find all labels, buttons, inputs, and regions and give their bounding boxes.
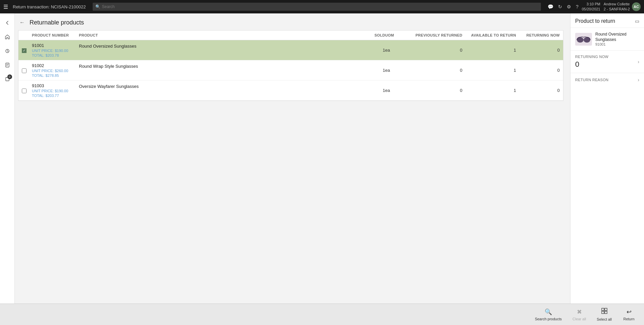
select-all-icon [601,308,608,316]
row3-product-number-cell: 91003 UNIT PRICE: $190.00 TOTAL: $203.77 [32,83,79,98]
refresh-icon[interactable]: ↻ [558,4,562,9]
product-info-right: Round Oversized Sunglasses 91001 [595,32,639,46]
sidebar-notes-icon[interactable] [1,59,13,71]
svg-point-8 [578,38,583,42]
bottom-bar: 🔍 Search products ✖ Clear all Select all… [0,304,644,325]
product-thumbnail [575,33,592,46]
topbar-time: 3:10 PM 05/20/2021 [582,2,600,12]
row1-uom: ea [385,48,409,53]
back-button[interactable]: ← [18,18,26,27]
row1-checkbox[interactable]: ✓ [22,48,32,53]
sidebar-home-icon[interactable] [1,31,13,43]
th-checkbox [22,33,32,37]
svg-rect-1 [6,63,9,67]
search-products-button[interactable]: 🔍 Search products [530,306,567,324]
clear-all-icon: ✖ [577,308,582,316]
return-label: Return [623,317,634,321]
svg-rect-12 [602,311,604,314]
return-reason-chevron-icon: › [638,77,639,83]
svg-rect-13 [605,311,607,314]
table-header: Product Number Product Sold UOM Previous… [18,31,563,40]
th-sold: Sold [365,33,385,37]
row2-checkbox[interactable] [22,68,32,73]
chat-icon[interactable]: 💬 [548,4,553,9]
topbar-title: Return transaction: NCISAN-2100022 [13,4,86,9]
row3-uom: ea [385,88,409,93]
row2-uom: ea [385,68,409,73]
row3-checkbox[interactable] [22,88,32,93]
search-products-icon: 🔍 [545,308,552,316]
settings-icon[interactable]: ⚙ [567,4,571,9]
row3-unit-price: UNIT PRICE: $190.00 [32,89,79,93]
row1-returning-now: 0 [516,48,560,53]
table-row[interactable]: 91002 UNIT PRICE: $260.00 TOTAL: $278.85… [18,60,563,80]
clear-all-label: Clear all [572,317,586,321]
topbar-search-input[interactable] [93,3,541,11]
row1-product-number-cell: 91001 UNIT PRICE: $190.00 TOTAL: $203.78 [32,43,79,57]
product-preview: Round Oversized Sunglasses 91001 [570,28,644,51]
topbar-icons: 💬 ↻ ⚙ ? [548,4,579,9]
row3-sold: 1 [365,88,385,93]
row2-total: TOTAL: $278.85 [32,73,79,77]
main-layout: 0 ← Returnable products Product Number P… [0,13,644,304]
topbar-user: Andrew Collette 2 - SANFRAN-2 AC [604,2,641,12]
returning-now-chevron-icon: › [638,59,639,64]
table-row[interactable]: ✓ 91001 UNIT PRICE: $190.00 TOTAL: $203.… [18,40,563,60]
hamburger-icon[interactable]: ☰ [3,4,8,10]
right-panel-header: Product to return ▭ [570,13,644,28]
orders-badge: 0 [7,74,12,79]
row2-previously-returned: 0 [409,68,462,73]
returning-now-content: Returning Now 0 [575,55,638,69]
row1-product-name: Round Oversized Sunglasses [79,43,365,49]
row3-checkbox-input[interactable] [22,89,27,93]
returning-now-section[interactable]: Returning Now 0 › [570,51,644,73]
help-icon[interactable]: ? [576,4,579,9]
return-icon: ↩ [627,308,632,316]
row1-total: TOTAL: $203.78 [32,53,79,57]
svg-rect-10 [602,308,604,311]
search-icon-top: 🔍 [95,4,100,9]
left-sidebar: 0 [0,13,15,304]
sidebar-operations-icon[interactable] [1,45,13,57]
row3-available-to-return: 1 [462,88,516,93]
sidebar-orders-icon[interactable]: 0 [1,73,13,85]
topbar-time-value: 3:10 PM [582,2,600,7]
row1-previously-returned: 0 [409,48,462,53]
page-title: Returnable products [30,19,84,26]
product-name-right: Round Oversized Sunglasses [595,32,639,42]
clear-all-button[interactable]: ✖ Clear all [567,306,591,324]
row2-product-number-cell: 91002 UNIT PRICE: $260.00 TOTAL: $278.85 [32,63,79,77]
row3-total: TOTAL: $203.77 [32,94,79,98]
row2-product-number: 91002 [32,63,79,68]
select-all-button[interactable]: Select all [591,305,617,324]
row3-product-name: Oversize Wayfarer Sunglasses [79,83,365,89]
row1-product-number: 91001 [32,43,79,48]
th-product: Product [79,33,365,37]
topbar: ☰ Return transaction: NCISAN-2100022 🔍 💬… [0,0,644,13]
row1-sold: 1 [365,48,385,53]
row2-returning-now: 0 [516,68,560,73]
row2-checkbox-input[interactable] [22,68,27,73]
search-wrapper: 🔍 [93,3,541,11]
returning-now-value: 0 [575,60,638,69]
topbar-avatar[interactable]: AC [632,2,641,11]
th-uom: UOM [385,33,409,37]
row2-unit-price: UNIT PRICE: $260.00 [32,69,79,73]
row3-product-number: 91003 [32,83,79,88]
products-section: Product Number Product Sold UOM Previous… [15,30,570,304]
row1-available-to-return: 1 [462,48,516,53]
return-reason-section[interactable]: Return Reason › [570,73,644,87]
select-all-label: Select all [597,317,612,321]
product-id-right: 91001 [595,42,639,46]
topbar-user-name: Andrew Collette 2 - SANFRAN-2 [604,2,630,12]
row2-available-to-return: 1 [462,68,516,73]
sunglasses-image [576,34,591,45]
th-available-to-return: Available to Return [462,33,516,37]
table-row[interactable]: 91003 UNIT PRICE: $190.00 TOTAL: $203.77… [18,80,563,101]
return-button[interactable]: ↩ Return [617,306,641,324]
svg-point-9 [584,38,590,42]
page-header: ← Returnable products [15,13,570,30]
panel-expand-icon[interactable]: ▭ [635,18,639,24]
topbar-date-value: 05/20/2021 [582,7,600,12]
sidebar-back-button[interactable] [1,17,13,29]
